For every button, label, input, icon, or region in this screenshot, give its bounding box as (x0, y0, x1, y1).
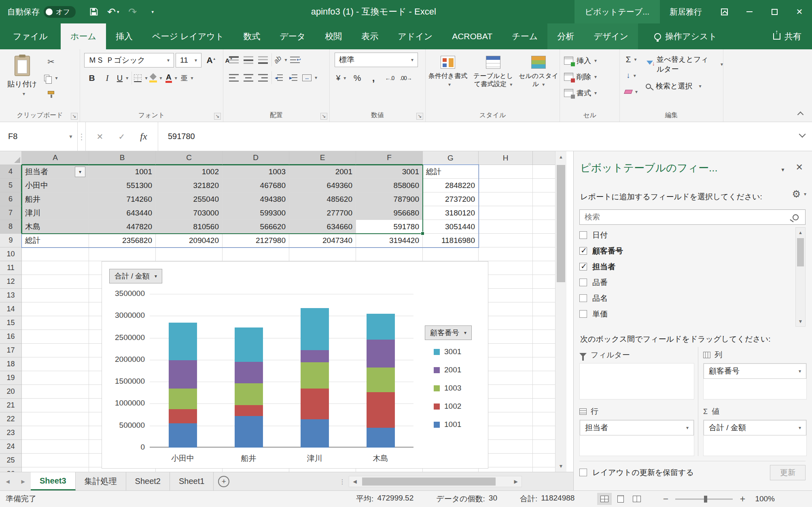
cell-D7[interactable]: 599300 (223, 206, 289, 220)
cell-G7[interactable]: 3180120 (423, 206, 479, 220)
field-item-品番[interactable]: 品番 (579, 275, 793, 290)
chart-bar-船井[interactable] (235, 294, 263, 448)
chart-value-field-button[interactable]: 合計 / 金額 (109, 269, 162, 283)
row-header-16[interactable]: 16 (0, 330, 22, 344)
chart-legend-item-1001[interactable]: 1001 (434, 420, 461, 429)
row-header-21[interactable]: 21 (0, 399, 22, 412)
fill-color-button[interactable] (148, 70, 164, 86)
cell-H4[interactable] (479, 165, 533, 179)
cell-B10[interactable] (89, 247, 156, 261)
row-header-11[interactable]: 11 (0, 261, 22, 275)
cell-G10[interactable] (423, 247, 479, 261)
cell-E10[interactable] (289, 247, 356, 261)
ribbon-tab-design[interactable]: デザイン (584, 23, 638, 49)
horizontal-scrollbar[interactable] (349, 476, 522, 487)
cell-A22[interactable] (22, 412, 89, 426)
normal-view-button[interactable] (597, 493, 612, 505)
cell-C4[interactable]: 1002 (156, 165, 223, 179)
cell-C10[interactable] (156, 247, 223, 261)
cell-F7[interactable]: 956680 (356, 206, 423, 220)
cell-A26[interactable] (22, 467, 89, 472)
ribbon-tab-review[interactable]: 校閲 (315, 23, 352, 49)
close-button[interactable] (787, 0, 812, 23)
columns-drop-zone[interactable]: 顧客番号 (703, 363, 807, 399)
defer-layout-checkbox[interactable] (579, 469, 587, 476)
column-header-B[interactable]: B (89, 151, 156, 165)
cell-A9[interactable]: 総計 (22, 234, 89, 247)
page-layout-view-button[interactable] (613, 493, 628, 505)
cell-E7[interactable]: 277700 (289, 206, 356, 220)
font-dialog-launcher[interactable] (214, 113, 221, 120)
cell-E5[interactable]: 649360 (289, 179, 356, 192)
field-checkbox[interactable] (579, 294, 587, 302)
field-list-scroll-thumb[interactable] (797, 238, 804, 266)
formula-bar-expand-button[interactable] (793, 122, 812, 151)
find-select-button[interactable]: 検索と選択 (646, 78, 701, 95)
new-sheet-button[interactable] (214, 472, 234, 490)
row-header-20[interactable]: 20 (0, 385, 22, 399)
field-list-scrollbar[interactable] (795, 227, 806, 327)
column-header-G[interactable]: G (423, 151, 479, 165)
cell-A23[interactable] (22, 426, 89, 440)
zoom-slider-knob[interactable] (704, 496, 707, 503)
format-cells-button[interactable]: 書式 (564, 86, 597, 100)
sheet-tab-Sheet1[interactable]: Sheet1 (170, 472, 214, 490)
cell-A17[interactable] (22, 344, 89, 357)
cell-E8[interactable]: 634660 (289, 220, 356, 234)
row-header-26[interactable]: 26 (0, 467, 22, 472)
cell-D4[interactable]: 1003 (223, 165, 289, 179)
field-checkbox[interactable] (579, 247, 587, 255)
cell-G8[interactable]: 3051440 (423, 220, 479, 234)
align-top-button[interactable] (227, 53, 241, 67)
cell-G5[interactable]: 2848220 (423, 179, 479, 192)
zoom-level[interactable]: 100% (755, 494, 775, 503)
cell-E6[interactable]: 485620 (289, 192, 356, 206)
wrap-text-button[interactable] (288, 53, 302, 67)
cell-styles-button[interactable]: セルのスタイル (518, 53, 559, 104)
pane-close-button[interactable] (796, 162, 803, 173)
cell-C6[interactable]: 255040 (156, 192, 223, 206)
cell-F6[interactable]: 787900 (356, 192, 423, 206)
zoom-out-button[interactable] (659, 494, 672, 505)
field-item-品名[interactable]: 品名 (579, 290, 793, 306)
column-header-H[interactable]: H (479, 151, 533, 165)
cell-H10[interactable] (479, 247, 533, 261)
cell-E9[interactable]: 2047340 (289, 234, 356, 247)
cell-F5[interactable]: 858060 (356, 179, 423, 192)
tab-splitter[interactable] (339, 472, 346, 491)
ribbon-display-options-button[interactable] (712, 0, 737, 23)
minimize-button[interactable] (737, 0, 762, 23)
cell-A8[interactable]: 木島 (22, 220, 89, 234)
clear-button[interactable] (623, 84, 639, 99)
cell-A4[interactable]: 担当者 (22, 165, 89, 179)
cell-B8[interactable]: 447820 (89, 220, 156, 234)
horizontal-scroll-thumb[interactable] (362, 477, 496, 486)
cell-F8[interactable]: 591780 (356, 220, 423, 234)
scroll-right-arrow[interactable] (510, 476, 522, 487)
underline-button[interactable]: U (115, 70, 130, 86)
sort-filter-button[interactable]: 並べ替えとフィルター (646, 56, 723, 73)
clipboard-dialog-launcher[interactable] (71, 113, 78, 120)
ribbon-tab-file[interactable]: ファイル (0, 23, 61, 49)
values-area-item[interactable]: 合計 / 金額 (704, 420, 806, 435)
scroll-down-arrow[interactable] (555, 461, 566, 472)
number-format-combo[interactable]: 標準 (335, 53, 418, 67)
cell-F10[interactable] (356, 247, 423, 261)
ruby-button[interactable]: 亜 (179, 70, 195, 86)
format-painter-button[interactable] (43, 87, 59, 102)
row-header-14[interactable]: 14 (0, 302, 22, 316)
ribbon-tab-home[interactable]: ホーム (61, 23, 106, 49)
qat-customize-button[interactable] (143, 2, 161, 21)
cell-H5[interactable] (479, 179, 533, 192)
field-checkbox[interactable] (579, 231, 587, 239)
cell-H9[interactable] (479, 234, 533, 247)
maximize-button[interactable] (762, 0, 787, 23)
formula-bar-handle[interactable] (78, 122, 86, 151)
delete-cells-button[interactable]: 削除 (564, 70, 597, 84)
rows-drop-zone[interactable]: 担当者 (579, 420, 694, 456)
font-size-combo[interactable]: 11 (176, 53, 201, 68)
cell-A7[interactable]: 津川 (22, 206, 89, 220)
row-header-13[interactable]: 13 (0, 289, 22, 302)
field-item-単価[interactable]: 単価 (579, 306, 793, 322)
confirm-entry-button[interactable] (111, 132, 133, 142)
